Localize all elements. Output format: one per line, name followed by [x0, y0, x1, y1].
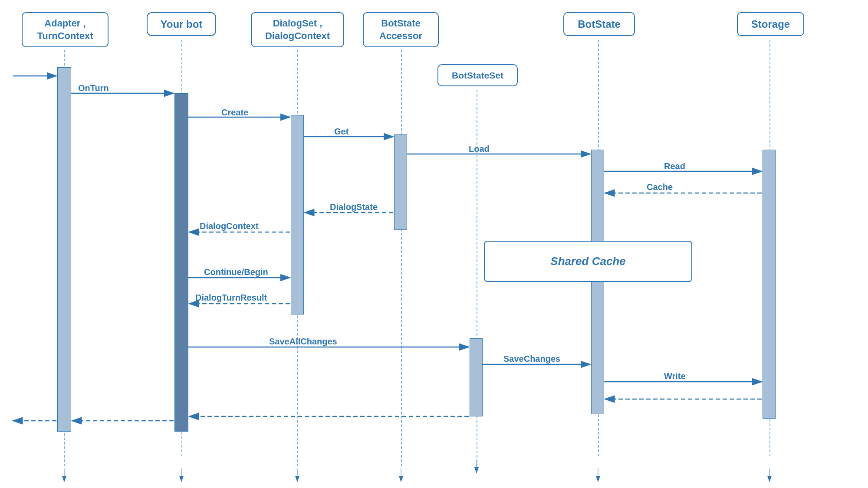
label-dialogstate: DialogState [330, 202, 378, 212]
activation-adapter [57, 67, 71, 432]
actor-yourbot: Your bot [147, 12, 216, 36]
label-dialogcontext: DialogContext [200, 221, 259, 231]
label-load: Load [469, 144, 490, 154]
activation-dialogset-top [291, 115, 304, 314]
label-get: Get [334, 127, 349, 137]
label-onturn: OnTurn [78, 83, 109, 93]
actor-botstate-accessor: BotStateAccessor [363, 12, 439, 47]
label-create: Create [221, 108, 248, 118]
sequence-diagram: Adapter ,TurnContext Your bot DialogSet … [0, 0, 868, 488]
activation-yourbot [174, 93, 188, 432]
label-cache: Cache [647, 182, 673, 192]
label-read: Read [664, 161, 685, 171]
arrows-layer [0, 0, 868, 488]
actor-adapter: Adapter ,TurnContext [22, 12, 108, 47]
label-saveallchanges: SaveAllChanges [269, 337, 337, 347]
label-dialogturnresult: DialogTurnResult [195, 293, 267, 303]
actor-dialogset: DialogSet ,DialogContext [251, 12, 344, 47]
lifeline-botstate-accessor [401, 50, 402, 466]
activation-botstate-accessor [394, 134, 407, 230]
actor-botstate: BotState [563, 12, 635, 36]
actor-storage: Storage [737, 12, 804, 36]
activation-storage [763, 150, 776, 419]
actor-botstateset: BotStateSet [437, 64, 518, 86]
activation-botstate [591, 150, 604, 414]
shared-cache-label: Shared Cache [484, 241, 692, 282]
activation-botstateset-bottom [470, 338, 483, 416]
label-write: Write [664, 371, 686, 381]
label-savechanges: SaveChanges [503, 354, 560, 364]
label-continue-begin: Continue/Begin [204, 267, 268, 277]
